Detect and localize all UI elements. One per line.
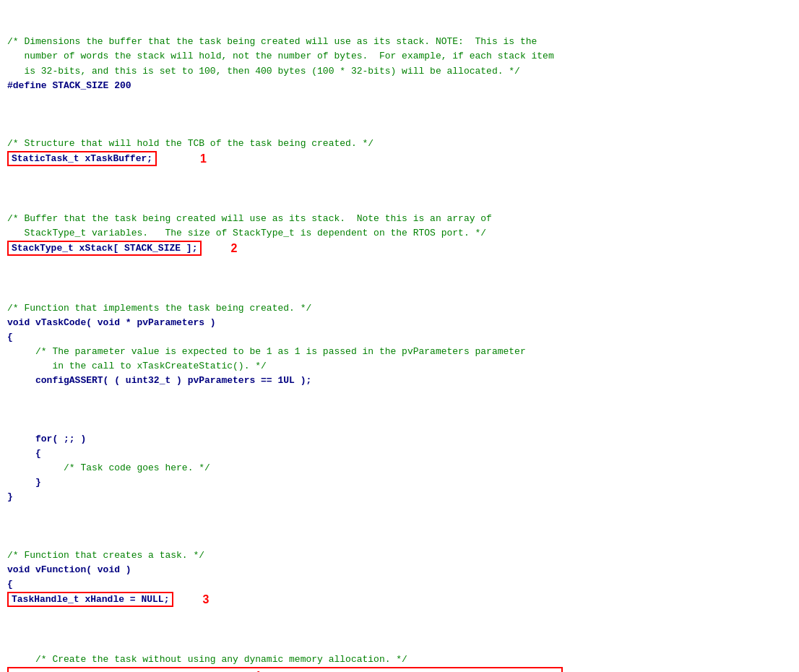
code-block4: /* Create the task without using any dyn… — [7, 608, 792, 667]
annotation-2: 2 — [230, 242, 237, 255]
blank2 — [7, 184, 13, 195]
code-block: /* Dimensions the buffer that the task b… — [7, 6, 792, 151]
line17-code: { — [7, 448, 41, 459]
line8-comment: StackType_t variables. The size of Stack… — [7, 228, 486, 238]
highlight-3: TaskHandle_t xHandle = NULL; — [7, 592, 173, 607]
line23-code: { — [7, 579, 13, 590]
highlight-block-3: TaskHandle_t xHandle = NULL; 3 — [7, 592, 792, 607]
line5-comment: /* Structure that will hold the TCB of t… — [7, 138, 373, 149]
line20-code: } — [7, 491, 13, 502]
line13-comment: /* The parameter value is expected to be… — [7, 346, 526, 357]
highlight-2: StackType_t xStack[ STACK_SIZE ]; — [7, 241, 202, 256]
line19-code: } — [7, 477, 41, 488]
annotation-3: 3 — [202, 593, 209, 606]
blank6 — [7, 624, 13, 635]
code-block3: /* Function that implements the task bei… — [7, 257, 792, 592]
line4-define: #define STACK_SIZE 200 — [7, 80, 131, 91]
highlight-block-2: StackType_t xStack[ STACK_SIZE ]; 2 — [7, 241, 792, 256]
line15-code: configASSERT( ( uint32_t ) pvParameters … — [7, 375, 311, 386]
code-block2: /* Buffer that the task being created wi… — [7, 168, 792, 241]
highlight-1: StaticTask_t xTaskBuffer; — [7, 151, 157, 166]
line21-comment: /* Function that creates a task. */ — [7, 550, 204, 561]
annotation-1: 1 — [200, 152, 207, 165]
blank3 — [7, 273, 13, 284]
highlight-block-1: StaticTask_t xTaskBuffer; 1 — [7, 151, 792, 166]
line18-comment: /* Task code goes here. */ — [7, 462, 210, 473]
line14-comment: in the call to xTaskCreateStatic(). */ — [7, 361, 267, 371]
line2-comment: number of words the stack will hold, not… — [7, 51, 554, 61]
line16-code: for( ;; ) — [7, 434, 86, 444]
line25-comment: /* Create the task without using any dyn… — [7, 654, 407, 665]
line12-code: { — [7, 332, 13, 343]
line24-code: TaskHandle_t xHandle = NULL; — [12, 594, 169, 605]
code-container: /* Dimensions the buffer that the task b… — [7, 6, 792, 672]
line10-comment: /* Function that implements the task bei… — [7, 303, 311, 314]
line3-comment: is 32-bits, and this is set to 100, then… — [7, 66, 520, 77]
highlight-block-4: xHandle = xTaskCreateStatic( vTaskCode, … — [7, 667, 563, 672]
blank4 — [7, 405, 13, 415]
line9-code: StackType_t xStack[ STACK_SIZE ]; — [12, 243, 197, 254]
line6-code: StaticTask_t xTaskBuffer; — [12, 153, 152, 164]
blank1 — [7, 109, 13, 120]
line1-comment: /* Dimensions the buffer that the task b… — [7, 36, 537, 47]
line7-comment: /* Buffer that the task being created wi… — [7, 213, 492, 224]
line22-code: void vFunction( void ) — [7, 564, 131, 575]
blank5 — [7, 521, 13, 532]
line11-code: void vTaskCode( void * pvParameters ) — [7, 317, 216, 328]
